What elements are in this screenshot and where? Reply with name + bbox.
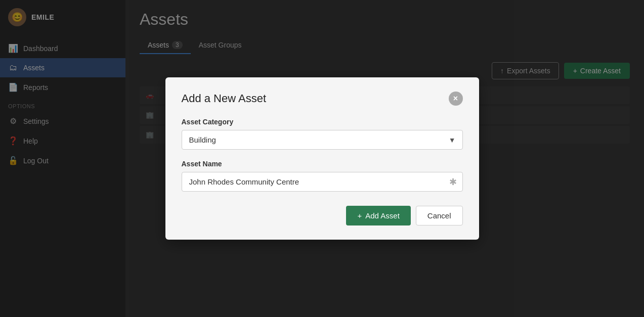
- add-asset-button[interactable]: + Add Asset: [346, 206, 410, 225]
- modal: Add a New Asset × Asset Category Buildin…: [165, 77, 479, 240]
- asset-name-label: Asset Name: [182, 160, 463, 168]
- cancel-label: Cancel: [427, 211, 451, 220]
- add-asset-label: Add Asset: [365, 211, 400, 220]
- modal-title: Add a New Asset: [182, 92, 267, 105]
- asset-name-input-wrapper: ✱: [182, 172, 463, 192]
- cancel-button[interactable]: Cancel: [416, 206, 463, 225]
- plus-icon: +: [357, 211, 362, 220]
- asset-category-group: Asset Category Building Vehicle Equipmen…: [182, 118, 463, 150]
- asset-category-label: Asset Category: [182, 118, 463, 126]
- modal-close-button[interactable]: ×: [449, 92, 463, 106]
- close-icon: ×: [453, 94, 458, 103]
- asset-category-select[interactable]: Building Vehicle Equipment Other: [182, 130, 463, 150]
- input-clear-button[interactable]: ✱: [449, 176, 457, 188]
- asset-category-select-wrapper: Building Vehicle Equipment Other ▼: [182, 130, 463, 150]
- asset-name-input[interactable]: [182, 172, 463, 192]
- modal-footer: + Add Asset Cancel: [182, 206, 463, 225]
- modal-overlay[interactable]: Add a New Asset × Asset Category Buildin…: [0, 0, 644, 317]
- modal-header: Add a New Asset ×: [182, 92, 463, 106]
- asset-name-group: Asset Name ✱: [182, 160, 463, 192]
